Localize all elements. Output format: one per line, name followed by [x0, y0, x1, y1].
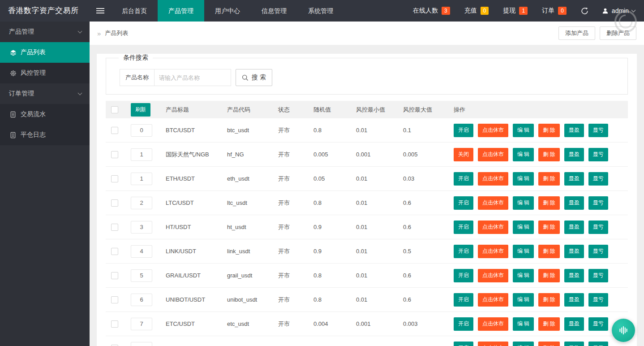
nav-dashboard[interactable]: 后台首页 [111, 0, 158, 22]
delete-button[interactable]: 删 除 [538, 124, 559, 137]
halt-market-button[interactable]: 点击休市 [478, 245, 508, 258]
edit-button[interactable]: 编 辑 [513, 196, 534, 210]
edit-button[interactable]: 编 辑 [513, 124, 534, 137]
toggle-market-button[interactable]: 关闭 [454, 148, 473, 161]
row-checkbox[interactable] [111, 151, 118, 158]
toggle-market-button[interactable]: 开启 [454, 342, 473, 346]
row-checkbox[interactable] [111, 345, 118, 346]
show-loss-button[interactable]: 显亏 [588, 269, 608, 282]
sidebar-group-product-management[interactable]: 产品管理 [0, 22, 90, 42]
toggle-market-button[interactable]: 开启 [454, 293, 473, 307]
delete-button[interactable]: 删 除 [538, 196, 559, 210]
halt-market-button[interactable]: 点击休市 [478, 124, 508, 137]
halt-market-button[interactable]: 点击休市 [478, 172, 508, 186]
show-loss-button[interactable]: 显亏 [588, 342, 608, 346]
row-checkbox[interactable] [111, 224, 118, 231]
row-checkbox[interactable] [111, 272, 118, 279]
toggle-market-button[interactable]: 开启 [454, 124, 473, 137]
show-profit-button[interactable]: 显盈 [564, 245, 584, 258]
halt-market-button[interactable]: 点击休市 [478, 269, 508, 282]
sort-input[interactable] [131, 124, 152, 137]
row-checkbox[interactable] [111, 199, 118, 207]
nav-system-management[interactable]: 系统管理 [297, 0, 344, 22]
sidebar-item-trade-flow[interactable]: 交易流水 [0, 104, 90, 125]
stat-orders[interactable]: 订单 0 [535, 0, 574, 22]
toggle-market-button[interactable]: 开启 [454, 221, 473, 234]
show-loss-button[interactable]: 显亏 [588, 172, 608, 186]
toggle-market-button[interactable]: 开启 [454, 172, 473, 186]
show-profit-button[interactable]: 显盈 [564, 124, 584, 137]
sidebar-item-product-list[interactable]: 产品列表 [0, 42, 90, 63]
row-checkbox[interactable] [111, 248, 118, 255]
edit-button[interactable]: 编 辑 [513, 221, 534, 234]
show-loss-button[interactable]: 显亏 [588, 221, 608, 234]
sort-input[interactable] [131, 221, 152, 234]
sort-input[interactable] [131, 245, 152, 258]
nav-info-management[interactable]: 信息管理 [251, 0, 297, 22]
edit-button[interactable]: 编 辑 [513, 269, 534, 282]
show-profit-button[interactable]: 显盈 [564, 221, 584, 234]
delete-button[interactable]: 删 除 [538, 317, 559, 331]
sidebar-group-order-management[interactable]: 订单管理 [0, 83, 90, 104]
edit-button[interactable]: 编 辑 [513, 293, 534, 307]
sort-input[interactable] [131, 148, 152, 161]
show-loss-button[interactable]: 显亏 [588, 148, 608, 161]
edit-button[interactable]: 编 辑 [513, 148, 534, 161]
delete-button[interactable]: 删 除 [538, 148, 559, 161]
nav-user-center[interactable]: 用户中心 [204, 0, 251, 22]
show-profit-button[interactable]: 显盈 [564, 293, 584, 307]
stat-online-users[interactable]: 在线人数 3 [406, 0, 457, 22]
show-loss-button[interactable]: 显亏 [588, 196, 608, 210]
show-loss-button[interactable]: 显亏 [588, 124, 608, 137]
toggle-market-button[interactable]: 开启 [454, 196, 473, 210]
show-loss-button[interactable]: 显亏 [588, 293, 608, 307]
sort-input[interactable] [131, 173, 152, 185]
sort-input[interactable] [131, 318, 152, 330]
sidebar-item-risk-management[interactable]: 风控管理 [0, 63, 90, 83]
show-loss-button[interactable]: 显亏 [588, 245, 608, 258]
show-profit-button[interactable]: 显盈 [564, 196, 584, 210]
nav-product-management[interactable]: 产品管理 [158, 0, 204, 22]
sort-input[interactable] [131, 294, 152, 306]
halt-market-button[interactable]: 点击休市 [478, 293, 508, 307]
product-name-input[interactable] [154, 69, 231, 86]
delete-button[interactable]: 删 除 [538, 269, 559, 282]
delete-button[interactable]: 删 除 [538, 245, 559, 258]
show-loss-button[interactable]: 显亏 [588, 317, 608, 331]
delete-button[interactable]: 删 除 [538, 293, 559, 307]
sort-input[interactable] [131, 342, 152, 346]
edit-button[interactable]: 编 辑 [513, 245, 534, 258]
halt-market-button[interactable]: 点击休市 [478, 221, 508, 234]
stat-withdraw[interactable]: 提现 1 [496, 0, 535, 22]
select-all-checkbox[interactable] [111, 106, 118, 113]
row-checkbox[interactable] [111, 175, 118, 182]
support-float-button[interactable] [612, 319, 635, 342]
edit-button[interactable]: 编 辑 [513, 342, 534, 346]
user-menu[interactable]: admin [596, 0, 644, 22]
row-checkbox[interactable] [111, 320, 118, 328]
hamburger-menu-icon[interactable] [90, 0, 111, 22]
halt-market-button[interactable]: 点击休市 [478, 196, 508, 210]
toggle-market-button[interactable]: 开启 [454, 317, 473, 331]
row-checkbox[interactable] [111, 127, 118, 134]
sort-input[interactable] [131, 269, 152, 282]
search-button[interactable]: 搜 索 [236, 69, 272, 86]
delete-button[interactable]: 删 除 [538, 172, 559, 186]
refresh-button[interactable]: 刷新 [131, 103, 150, 117]
edit-button[interactable]: 编 辑 [513, 317, 534, 331]
edit-button[interactable]: 编 辑 [513, 172, 534, 186]
show-profit-button[interactable]: 显盈 [564, 342, 584, 346]
show-profit-button[interactable]: 显盈 [564, 269, 584, 282]
sidebar-item-close-log[interactable]: 平仓日志 [0, 125, 90, 145]
row-checkbox[interactable] [111, 296, 118, 303]
delete-button[interactable]: 删 除 [538, 342, 559, 346]
refresh-icon[interactable] [574, 0, 596, 22]
sort-input[interactable] [131, 197, 152, 209]
delete-button[interactable]: 删 除 [538, 221, 559, 234]
halt-market-button[interactable]: 点击休市 [478, 148, 508, 161]
show-profit-button[interactable]: 显盈 [564, 317, 584, 331]
add-product-button[interactable]: 添加产品 [558, 26, 595, 40]
delete-product-button[interactable]: 删除产品 [600, 26, 636, 40]
stat-recharge[interactable]: 充值 0 [457, 0, 496, 22]
toggle-market-button[interactable]: 开启 [454, 245, 473, 258]
